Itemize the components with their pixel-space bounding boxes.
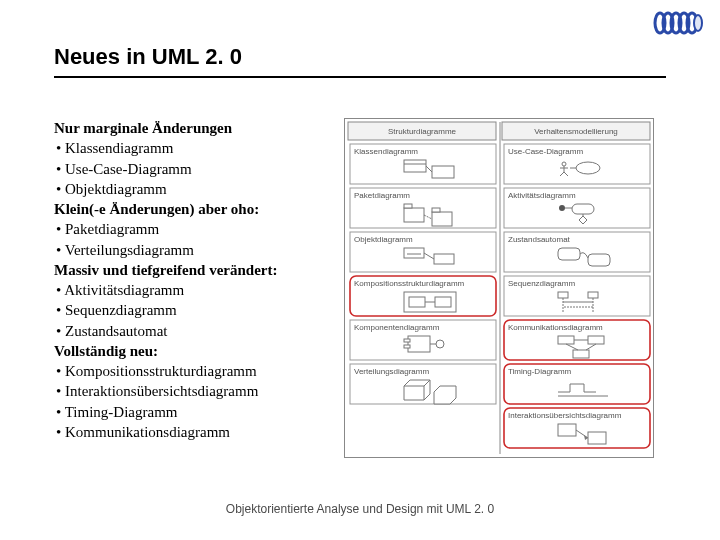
- list-item-label: Sequenzdiagramm: [65, 302, 177, 318]
- svg-text:Timing-Diagramm: Timing-Diagramm: [508, 367, 572, 376]
- svg-text:Kompositionsstrukturdiagramm: Kompositionsstrukturdiagramm: [354, 279, 465, 288]
- text-column: Nur marginale Änderungen • Klassendiagra…: [54, 118, 344, 442]
- list-item: • Kommunikationsdiagramm: [54, 422, 344, 442]
- list-item: • Interaktionsübersichtsdiagramm: [54, 381, 344, 401]
- svg-text:Kommunikationsdiagramm: Kommunikationsdiagramm: [508, 323, 603, 332]
- svg-text:Use-Case-Diagramm: Use-Case-Diagramm: [508, 147, 583, 156]
- list-item: • Objektdiagramm: [54, 179, 344, 199]
- body: Nur marginale Änderungen • Klassendiagra…: [54, 118, 674, 458]
- list-item-label: Aktivitätsdiagramm: [64, 282, 184, 298]
- svg-text:Verhaltensmodellierung: Verhaltensmodellierung: [534, 127, 618, 136]
- svg-point-25: [576, 162, 600, 174]
- list-item: • Kompositionsstrukturdiagramm: [54, 361, 344, 381]
- list-item: • Zustandsautomat: [54, 321, 344, 341]
- list-item-label: Zustandsautomat: [65, 323, 167, 339]
- svg-rect-31: [432, 212, 452, 226]
- list-item: • Klassendiagramm: [54, 138, 344, 158]
- title-block: Neues in UML 2. 0: [54, 44, 666, 78]
- svg-text:Klassendiagramm: Klassendiagramm: [354, 147, 418, 156]
- svg-text:Verteilungsdiagramm: Verteilungsdiagramm: [354, 367, 429, 376]
- list-item: • Timing-Diagramm: [54, 402, 344, 422]
- svg-rect-69: [404, 345, 410, 348]
- list-item-label: Verteilungsdiagramm: [65, 242, 194, 258]
- svg-text:Komponentendiagramm: Komponentendiagramm: [354, 323, 440, 332]
- list-item: • Verteilungsdiagramm: [54, 240, 344, 260]
- list-item-label: Objektdiagramm: [65, 181, 167, 197]
- list-item-label: Kompositionsstrukturdiagramm: [65, 363, 257, 379]
- list-item: • Paketdiagramm: [54, 219, 344, 239]
- list-item-label: Timing-Diagramm: [65, 404, 178, 420]
- svg-rect-59: [558, 292, 568, 298]
- svg-text:Zustandsautomat: Zustandsautomat: [508, 235, 571, 244]
- svg-text:Sequenzdiagramm: Sequenzdiagramm: [508, 279, 575, 288]
- list-item-label: Kommunikationsdiagramm: [65, 424, 230, 440]
- section-heading: Massiv und tiefgreifend verändert:: [54, 260, 344, 280]
- svg-point-5: [694, 15, 702, 31]
- svg-rect-74: [558, 336, 574, 344]
- svg-rect-68: [404, 339, 410, 342]
- spring-logo: [650, 6, 708, 44]
- svg-rect-29: [404, 208, 424, 222]
- svg-rect-16: [432, 166, 454, 178]
- svg-rect-30: [404, 204, 412, 208]
- svg-rect-75: [588, 336, 604, 344]
- svg-text:Paketdiagramm: Paketdiagramm: [354, 191, 410, 200]
- list-item-label: Paketdiagramm: [65, 221, 159, 237]
- svg-rect-54: [409, 297, 425, 307]
- section-heading: Vollständig neu:: [54, 341, 344, 361]
- uml-overview-figure: Strukturdiagramme Verhaltensmodellierung…: [344, 118, 654, 458]
- section-heading: Nur marginale Änderungen: [54, 118, 344, 138]
- list-item: • Aktivitätsdiagramm: [54, 280, 344, 300]
- svg-point-36: [559, 205, 565, 211]
- svg-rect-87: [558, 424, 576, 436]
- svg-text:Strukturdiagramme: Strukturdiagramme: [388, 127, 457, 136]
- list-item-label: Interaktionsübersichtsdiagramm: [65, 383, 258, 399]
- svg-rect-88: [588, 432, 606, 444]
- list-item-label: Use-Case-Diagramm: [65, 161, 192, 177]
- svg-text:Aktivitätsdiagramm: Aktivitätsdiagramm: [508, 191, 576, 200]
- svg-rect-76: [573, 350, 589, 358]
- svg-rect-67: [408, 336, 430, 352]
- svg-rect-14: [404, 160, 426, 172]
- title-underline: [54, 76, 666, 78]
- slide: Neues in UML 2. 0 Nur marginale Änderung…: [0, 0, 720, 540]
- svg-rect-43: [404, 248, 424, 258]
- list-item: • Sequenzdiagramm: [54, 300, 344, 320]
- svg-rect-50: [588, 254, 610, 266]
- list-item-label: Klassendiagramm: [65, 140, 173, 156]
- list-item: • Use-Case-Diagramm: [54, 159, 344, 179]
- svg-rect-45: [434, 254, 454, 264]
- figure-column: Strukturdiagramme Verhaltensmodellierung…: [344, 118, 674, 458]
- svg-text:Interaktionsübersichtsdiagramm: Interaktionsübersichtsdiagramm: [508, 411, 622, 420]
- svg-rect-37: [572, 204, 594, 214]
- section-heading: Klein(-e Änderungen) aber oho:: [54, 199, 344, 219]
- svg-rect-49: [558, 248, 580, 260]
- svg-rect-60: [588, 292, 598, 298]
- svg-text:Objektdiagramm: Objektdiagramm: [354, 235, 413, 244]
- page-title: Neues in UML 2. 0: [54, 44, 666, 76]
- footer: Objektorientierte Analyse und Design mit…: [0, 502, 720, 516]
- svg-rect-32: [432, 208, 440, 212]
- svg-rect-55: [435, 297, 451, 307]
